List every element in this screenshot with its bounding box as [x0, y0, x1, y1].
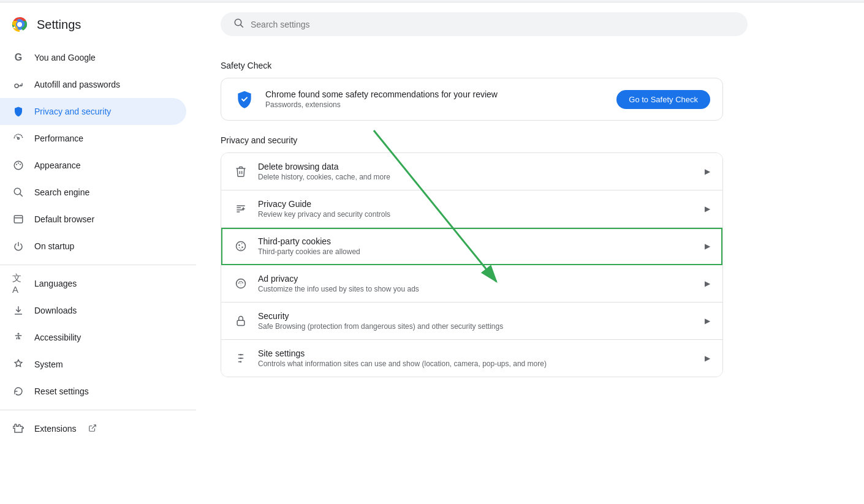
setting-item-title: Delete browsing data	[258, 162, 695, 171]
chevron-right-icon: ▶	[705, 317, 710, 325]
setting-item-privacy-guide[interactable]: Privacy Guide Review key privacy and sec…	[221, 190, 722, 228]
sidebar-item-label: Appearance	[34, 160, 81, 170]
setting-item-delete-browsing-data[interactable]: Delete browsing data Delete history, coo…	[221, 153, 722, 190]
sidebar-item-label: Autofill and passwords	[34, 80, 120, 89]
setting-item-text: Site settings Controls what information …	[258, 348, 695, 368]
sidebar-item-label: Performance	[34, 134, 83, 143]
sidebar-divider	[0, 265, 196, 265]
sidebar-item-label: On startup	[34, 241, 74, 251]
safety-check-title: Safety Check	[221, 61, 723, 70]
setting-item-text: Security Safe Browsing (protection from …	[258, 311, 695, 331]
sidebar-item-you-and-google[interactable]: G You and Google	[0, 44, 186, 71]
setting-item-third-party-cookies[interactable]: Third-party cookies Third-party cookies …	[221, 228, 722, 265]
sidebar-item-label: You and Google	[34, 53, 96, 62]
sidebar-item-languages[interactable]: 文A Languages	[0, 270, 186, 297]
svg-point-16	[238, 244, 240, 246]
setting-item-subtitle: Safe Browsing (protection from dangerous…	[258, 322, 695, 331]
svg-point-18	[241, 246, 243, 248]
setting-item-text: Privacy Guide Review key privacy and sec…	[258, 199, 695, 219]
svg-point-4	[17, 22, 22, 27]
search-input[interactable]	[251, 20, 735, 29]
setting-item-title: Site settings	[258, 348, 695, 358]
setting-item-title: Third-party cookies	[258, 236, 695, 246]
extensions-icon	[12, 423, 25, 435]
download-icon	[12, 304, 25, 317]
sidebar-item-search-engine[interactable]: Search engine	[0, 179, 186, 206]
settings-list: Delete browsing data Delete history, coo…	[221, 152, 723, 377]
safety-card-text: Chrome found some safety recommendations…	[265, 89, 607, 109]
sidebar-item-label: Default browser	[34, 214, 94, 224]
svg-point-5	[15, 84, 18, 88]
search-bar[interactable]	[221, 12, 748, 36]
sidebar-item-system[interactable]: System	[0, 351, 186, 378]
shield-icon	[12, 105, 25, 118]
sidebar-item-default-browser[interactable]: Default browser	[0, 206, 186, 233]
lock-icon	[233, 314, 248, 328]
safety-main-text: Chrome found some safety recommendations…	[265, 89, 607, 99]
external-link-icon	[88, 424, 97, 434]
safety-sub-text: Passwords, extensions	[265, 100, 607, 109]
ad-privacy-icon	[233, 276, 248, 291]
palette-icon	[12, 159, 25, 171]
site-settings-icon	[233, 351, 248, 366]
window-icon	[12, 213, 25, 225]
safety-check-card: Chrome found some safety recommendations…	[221, 78, 723, 121]
svg-point-9	[18, 162, 19, 164]
sidebar-item-label: Search engine	[34, 187, 89, 197]
sidebar-item-label: Downloads	[34, 306, 77, 315]
sidebar-item-accessibility[interactable]: Accessibility	[0, 324, 186, 351]
chrome-logo	[10, 15, 29, 34]
chevron-right-icon: ▶	[705, 167, 710, 176]
sidebar-item-performance[interactable]: Performance	[0, 125, 186, 152]
privacy-guide-icon	[233, 201, 248, 216]
setting-item-subtitle: Customize the info used by sites to show…	[258, 285, 695, 293]
setting-item-security[interactable]: Security Safe Browsing (protection from …	[221, 303, 722, 340]
sidebar-divider	[0, 410, 196, 410]
svg-point-11	[14, 188, 21, 195]
setting-item-text: Delete browsing data Delete history, coo…	[258, 162, 695, 181]
sidebar-item-appearance[interactable]: Appearance	[0, 152, 186, 179]
setting-item-subtitle: Controls what information sites can use …	[258, 359, 695, 368]
sidebar-item-on-startup[interactable]: On startup	[0, 233, 186, 260]
gauge-icon	[12, 132, 25, 145]
svg-point-14	[235, 19, 241, 26]
google-icon: G	[12, 51, 25, 64]
svg-point-8	[16, 164, 17, 165]
sidebar-item-reset-settings[interactable]: Reset settings	[0, 378, 186, 405]
sidebar-item-label: Reset settings	[34, 386, 89, 396]
search-icon	[233, 18, 244, 31]
setting-item-text: Ad privacy Customize the info used by si…	[258, 274, 695, 293]
setting-item-subtitle: Review key privacy and security controls	[258, 210, 695, 219]
sidebar-item-extensions[interactable]: Extensions	[0, 415, 186, 442]
sidebar-item-autofill[interactable]: Autofill and passwords	[0, 71, 186, 98]
power-icon	[12, 240, 25, 252]
accessibility-icon	[12, 331, 25, 344]
svg-point-10	[20, 164, 21, 165]
sidebar-item-label: Accessibility	[34, 333, 81, 342]
sidebar-item-label: System	[34, 359, 63, 369]
safety-shield-icon	[233, 88, 256, 110]
trash-icon	[233, 164, 248, 179]
sidebar-item-downloads[interactable]: Downloads	[0, 297, 186, 324]
sidebar-item-privacy[interactable]: Privacy and security	[0, 98, 186, 125]
setting-item-title: Ad privacy	[258, 274, 695, 284]
sidebar-title: Settings	[37, 18, 81, 32]
chevron-right-icon: ▶	[705, 242, 710, 250]
key-icon	[12, 78, 25, 91]
svg-point-13	[18, 333, 20, 335]
go-to-safety-check-button[interactable]: Go to Safety Check	[616, 90, 710, 109]
setting-item-ad-privacy[interactable]: Ad privacy Customize the info used by si…	[221, 265, 722, 303]
setting-item-subtitle: Third-party cookies are allowed	[258, 247, 695, 256]
sidebar-item-label: Extensions	[34, 424, 76, 434]
setting-item-title: Privacy Guide	[258, 199, 695, 209]
svg-rect-22	[237, 320, 244, 325]
svg-point-20	[240, 249, 241, 250]
search-icon	[12, 186, 25, 198]
privacy-security-section: Privacy and security	[221, 135, 723, 377]
svg-point-19	[239, 247, 240, 249]
sidebar-item-label: Languages	[34, 279, 77, 288]
setting-item-text: Third-party cookies Third-party cookies …	[258, 236, 695, 256]
setting-item-site-settings[interactable]: Site settings Controls what information …	[221, 340, 722, 377]
setting-item-title: Security	[258, 311, 695, 321]
cookie-icon	[233, 239, 248, 254]
